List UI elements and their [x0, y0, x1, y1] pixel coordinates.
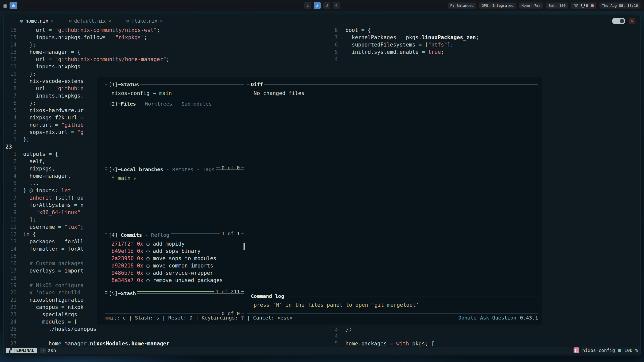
token: move sops to modules	[153, 255, 216, 261]
window-close-button[interactable]: ×	[629, 18, 635, 24]
token: "nixpkgs"	[115, 34, 144, 40]
editor-tab-bar: ❄ home.nix × ❄ default.nix × ❄ flake.nix…	[4, 15, 640, 27]
token: nixpk	[68, 304, 84, 310]
token: nixpkgs-f2k.url	[23, 115, 80, 121]
text-line[interactable]: * main ✓	[108, 175, 241, 182]
line-text	[20, 143, 23, 151]
token: inputs.nixpkgs.	[23, 64, 84, 70]
line-text: url = "github:nix-community/nixos-wsl";	[20, 27, 160, 34]
token: # 'nixos-rebuild	[23, 290, 80, 296]
line-text	[340, 333, 345, 340]
token: add sops binary	[153, 248, 200, 254]
commit-row[interactable]: 2a23950 0x ○ move sops to modules	[108, 255, 241, 262]
token: ○	[146, 270, 153, 276]
battery-chip: Bat: 100	[546, 3, 568, 9]
line-text: nixos-hardware.ur	[20, 107, 84, 114]
token: =	[58, 224, 64, 230]
nixos-logo-tile[interactable]: ❄	[10, 2, 17, 9]
tab-flake-nix[interactable]: ❄ flake.nix ×	[120, 15, 169, 27]
app-launcher-icon[interactable]: ▦	[4, 3, 7, 8]
line-number: 5	[332, 340, 340, 347]
line-number: 14	[4, 245, 20, 253]
donate-link[interactable]: Donate	[458, 315, 476, 321]
text-line: 12 url = "github:nix-community/home-mana…	[4, 56, 332, 63]
commit-row[interactable]: 8e345a7 0x ○ remove unused packages	[108, 277, 241, 284]
commit-row[interactable]: d920218 0x ○ move common imports	[108, 262, 241, 269]
lazygit-command-log-panel[interactable]: Command log press 'M' in the files panel…	[247, 296, 538, 313]
text-line: 8boot = {	[332, 27, 640, 34]
token: (self) ou	[52, 195, 84, 201]
workspace-4[interactable]: 4	[333, 2, 340, 9]
token: nur.url	[23, 122, 55, 128]
token: "x86_64-linux"	[23, 209, 80, 215]
line-number: 5	[332, 49, 340, 56]
token: 0x	[137, 277, 146, 283]
line-text: forAllSystems = n	[20, 202, 84, 209]
line-text: sops-nix.url = "g	[20, 129, 84, 136]
workspace-3[interactable]: 3	[323, 2, 330, 9]
line-text: };	[20, 70, 36, 78]
line-text: kernelPackages = pkgs.linuxPackages_zen;	[340, 34, 479, 41]
token: =	[71, 129, 77, 135]
line-number: 7	[4, 194, 20, 202]
text-line: 4	[332, 56, 640, 63]
lazygit-status-panel[interactable]: [1]─Status nixos-config → main	[105, 84, 244, 100]
token: * main	[111, 175, 134, 181]
token: =	[109, 34, 115, 40]
tab-close-icon[interactable]: ×	[108, 18, 111, 24]
line-number: 4	[4, 172, 20, 180]
terminal-mode-chip[interactable]: ▞ TERMINAL	[6, 348, 37, 353]
system-tray[interactable]: 0	[571, 3, 596, 9]
line-number: 15	[4, 34, 20, 41]
lazygit-stash-panel[interactable]: [5]─Stash 0 of 0	[105, 293, 244, 313]
line-text: inherit (self) ou	[20, 194, 84, 202]
lazygit-files-panel[interactable]: [2]─Files - Worktrees - Submodules 0 of …	[105, 104, 244, 168]
token: };	[23, 71, 36, 77]
keybinding-hints: mmit: c | Stash: s | Reset: D | Keybindi…	[105, 315, 293, 321]
token: "ntfs"	[428, 42, 447, 48]
ask-question-link[interactable]: Ask Question	[480, 315, 516, 321]
commit-row[interactable]: b49ef1d 0x ○ add sops binary	[108, 248, 241, 255]
tab-close-icon[interactable]: ×	[51, 18, 54, 24]
git-branch-icon	[574, 347, 579, 353]
commit-row[interactable]: 9486b7d 0x ○ add service-wrapper	[108, 269, 241, 277]
tab-default-nix[interactable]: ❄ default.nix ×	[62, 15, 118, 27]
text-line: press 'M' in the files panel to open 'gi…	[250, 301, 535, 309]
token: };	[23, 137, 29, 143]
lazygit-help-bar: mmit: c | Stash: s | Reset: D | Keybindi…	[105, 315, 538, 321]
token: 8e345a7	[111, 277, 137, 283]
line-text: inputs.nixpkgs.	[20, 92, 84, 100]
stash-content	[105, 294, 244, 313]
tab-close-icon[interactable]: ×	[160, 18, 163, 24]
lazygit-branches-panel[interactable]: [3]─Local branches - Remotes - Tags 1 of…	[105, 169, 244, 234]
workspace-1[interactable]: 1	[304, 2, 311, 9]
lazygit-commits-panel[interactable]: [4]─Commits - Reflog 1 of 211 2717f2f 0x…	[105, 235, 244, 292]
line-number: 23	[4, 143, 20, 151]
token: ○	[146, 263, 153, 269]
token: [	[425, 42, 428, 48]
token: formatter	[23, 246, 61, 252]
commit-row[interactable]: 2717f2f 0x ○ add mopidy	[108, 240, 241, 248]
token: ./hosts/canopus	[23, 326, 96, 332]
line-number: 19	[4, 282, 20, 289]
tab-home-nix[interactable]: ❄ home.nix ×	[14, 15, 60, 27]
window-toggle-pill[interactable]	[612, 18, 625, 24]
text-line: 10 };	[4, 70, 332, 78]
line-text: home-manager.nixosModules.home-manager	[20, 340, 170, 347]
lazygit-diff-panel[interactable]: Diff No changed files	[247, 84, 538, 289]
line-number: 16	[4, 260, 20, 267]
token: with	[396, 341, 409, 347]
token: =	[71, 49, 77, 55]
shield-icon	[581, 4, 585, 8]
line-number: 5	[4, 180, 20, 187]
line-text: self,	[20, 158, 46, 165]
token: };	[345, 326, 352, 332]
workspace-2-active[interactable]: 2	[314, 2, 321, 9]
shell-indicator[interactable]: › zsh	[40, 348, 56, 353]
token: nixos-hardware.ur	[23, 107, 84, 113]
token: →	[153, 90, 159, 96]
token: ✓	[134, 175, 137, 181]
text-line: 27 home-manager.nixosModules.home-manage…	[4, 340, 332, 347]
token: =	[61, 304, 68, 310]
line-number: 14	[4, 41, 20, 49]
